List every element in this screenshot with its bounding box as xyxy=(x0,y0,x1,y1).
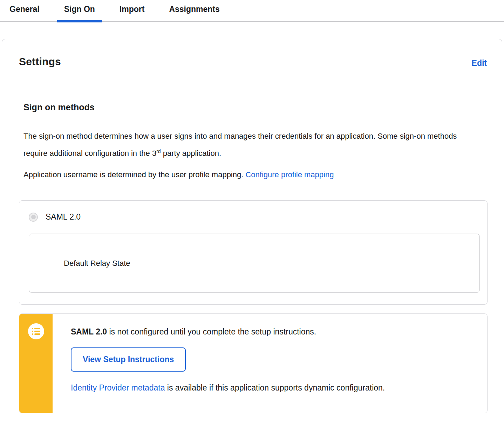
saml-radio-button[interactable] xyxy=(29,213,38,222)
description-text-part1: The sign-on method determines how a user… xyxy=(23,132,457,158)
metadata-line-text: is available if this application support… xyxy=(165,383,385,392)
username-mapping-text: Application username is determined by th… xyxy=(23,170,245,179)
app-tab-bar: General Sign On Import Assignments xyxy=(0,0,504,22)
configure-profile-mapping-link[interactable]: Configure profile mapping xyxy=(245,170,334,179)
tab-assignments[interactable]: Assignments xyxy=(162,5,226,21)
radio-dot-icon xyxy=(31,215,36,219)
page-title: Settings xyxy=(19,56,61,68)
saml-option-box: SAML 2.0 Default Relay State xyxy=(19,200,488,305)
tab-sign-on[interactable]: Sign On xyxy=(57,5,102,21)
tab-import[interactable]: Import xyxy=(113,5,152,21)
callout-message-text: is not configured until you complete the… xyxy=(107,327,316,336)
username-mapping-line: Application username is determined by th… xyxy=(23,170,458,180)
tab-general[interactable]: General xyxy=(2,5,47,21)
metadata-line: Identity Provider metadata is available … xyxy=(71,382,385,393)
saml-not-configured-callout: SAML 2.0 is not configured until you com… xyxy=(19,313,488,413)
identity-provider-metadata-link[interactable]: Identity Provider metadata xyxy=(71,383,165,392)
callout-message: SAML 2.0 is not configured until you com… xyxy=(71,326,385,337)
default-relay-state-label: Default Relay State xyxy=(64,259,130,268)
sign-on-methods-section: Sign on methods The sign-on method deter… xyxy=(19,102,487,180)
description-text-part2: party application. xyxy=(161,149,221,158)
settings-card-header: Settings Edit xyxy=(19,56,487,68)
callout-message-bold: SAML 2.0 xyxy=(71,327,107,336)
description-superscript: rd xyxy=(156,149,161,154)
settings-card: Settings Edit Sign on methods The sign-o… xyxy=(2,39,502,442)
list-icon xyxy=(28,323,44,339)
callout-body: SAML 2.0 is not configured until you com… xyxy=(53,314,399,413)
edit-link[interactable]: Edit xyxy=(472,58,487,68)
view-setup-instructions-button[interactable]: View Setup Instructions xyxy=(71,347,186,372)
saml-radio-row: SAML 2.0 xyxy=(29,212,478,222)
default-relay-state-box: Default Relay State xyxy=(29,234,480,293)
section-title: Sign on methods xyxy=(23,102,487,112)
callout-warning-strip xyxy=(19,314,53,413)
saml-radio-label: SAML 2.0 xyxy=(46,212,81,222)
sign-on-description: The sign-on method determines how a user… xyxy=(23,127,458,162)
